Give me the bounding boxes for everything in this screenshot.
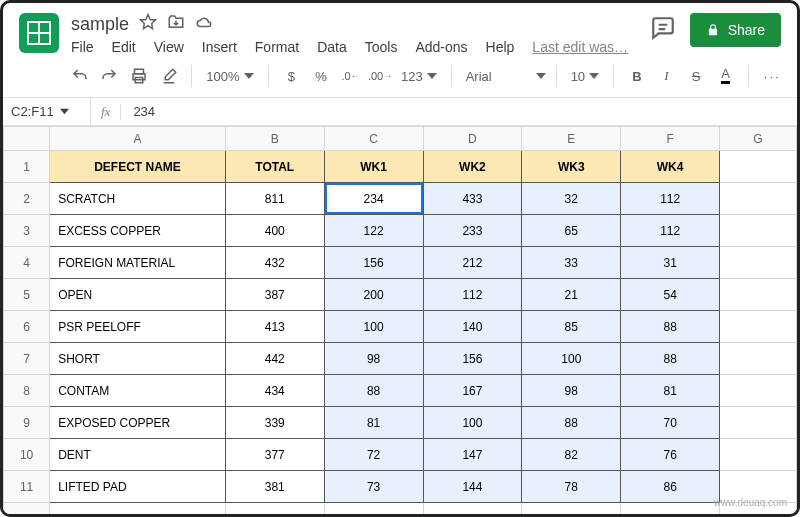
bold-button[interactable]: B bbox=[624, 63, 650, 89]
cell[interactable] bbox=[225, 503, 324, 518]
cell[interactable] bbox=[720, 279, 797, 311]
redo-button[interactable] bbox=[97, 63, 123, 89]
cell[interactable]: 81 bbox=[621, 375, 720, 407]
row-header[interactable]: 11 bbox=[4, 471, 50, 503]
cell[interactable]: 88 bbox=[324, 375, 423, 407]
cell[interactable] bbox=[522, 503, 621, 518]
row-header[interactable]: 8 bbox=[4, 375, 50, 407]
cell[interactable]: 33 bbox=[522, 247, 621, 279]
move-icon[interactable] bbox=[167, 13, 185, 35]
increase-decimals-button[interactable]: .00→ bbox=[367, 63, 393, 89]
cell[interactable]: DEFECT NAME bbox=[50, 151, 226, 183]
row-header[interactable]: 6 bbox=[4, 311, 50, 343]
cell[interactable]: 100 bbox=[324, 311, 423, 343]
cell[interactable] bbox=[423, 503, 522, 518]
italic-button[interactable]: I bbox=[654, 63, 680, 89]
cell[interactable]: 433 bbox=[423, 183, 522, 215]
cell[interactable]: 81 bbox=[324, 407, 423, 439]
cell[interactable]: CONTAM bbox=[50, 375, 226, 407]
cell[interactable]: 432 bbox=[225, 247, 324, 279]
paint-format-button[interactable] bbox=[156, 63, 182, 89]
menu-help[interactable]: Help bbox=[486, 39, 515, 55]
cell[interactable]: 413 bbox=[225, 311, 324, 343]
font-select[interactable]: Arial bbox=[462, 69, 532, 84]
spreadsheet-grid[interactable]: ABCDEFG1DEFECT NAMETOTALWK1WK2WK3WK42SCR… bbox=[3, 126, 797, 517]
cell[interactable]: 112 bbox=[621, 183, 720, 215]
cell[interactable]: WK4 bbox=[621, 151, 720, 183]
cell[interactable]: WK2 bbox=[423, 151, 522, 183]
formula-input[interactable]: 234 bbox=[121, 104, 167, 119]
cell[interactable] bbox=[720, 247, 797, 279]
menu-file[interactable]: File bbox=[71, 39, 94, 55]
cell[interactable]: 98 bbox=[324, 343, 423, 375]
cell[interactable]: EXCESS COPPER bbox=[50, 215, 226, 247]
column-header[interactable]: E bbox=[522, 127, 621, 151]
menu-edit[interactable]: Edit bbox=[112, 39, 136, 55]
cell[interactable]: 339 bbox=[225, 407, 324, 439]
cell[interactable]: WK1 bbox=[324, 151, 423, 183]
sheets-logo[interactable] bbox=[19, 13, 59, 53]
menu-addons[interactable]: Add-ons bbox=[415, 39, 467, 55]
cell[interactable]: 200 bbox=[324, 279, 423, 311]
cell[interactable]: 72 bbox=[324, 439, 423, 471]
cell[interactable] bbox=[720, 375, 797, 407]
cell[interactable] bbox=[720, 215, 797, 247]
cell[interactable]: 233 bbox=[423, 215, 522, 247]
column-header[interactable]: B bbox=[225, 127, 324, 151]
row-header[interactable]: 4 bbox=[4, 247, 50, 279]
cell[interactable]: 65 bbox=[522, 215, 621, 247]
row-header[interactable]: 1 bbox=[4, 151, 50, 183]
toolbar-overflow-button[interactable]: ··· bbox=[759, 63, 785, 89]
cell[interactable]: 86 bbox=[621, 471, 720, 503]
column-header[interactable]: A bbox=[50, 127, 226, 151]
menu-tools[interactable]: Tools bbox=[365, 39, 398, 55]
cell[interactable]: 156 bbox=[324, 247, 423, 279]
cell[interactable]: 31 bbox=[621, 247, 720, 279]
cell[interactable]: 73 bbox=[324, 471, 423, 503]
print-button[interactable] bbox=[126, 63, 152, 89]
cell[interactable] bbox=[720, 151, 797, 183]
cell[interactable]: 167 bbox=[423, 375, 522, 407]
name-box[interactable]: C2:F11 bbox=[3, 98, 91, 125]
strike-button[interactable]: S bbox=[683, 63, 709, 89]
cell[interactable]: 234 bbox=[324, 183, 423, 215]
last-edit-link[interactable]: Last edit was… bbox=[532, 39, 628, 55]
cell[interactable] bbox=[720, 439, 797, 471]
cell[interactable]: 88 bbox=[621, 343, 720, 375]
menu-format[interactable]: Format bbox=[255, 39, 299, 55]
cell[interactable]: 98 bbox=[522, 375, 621, 407]
cell[interactable]: 122 bbox=[324, 215, 423, 247]
cell[interactable]: 100 bbox=[522, 343, 621, 375]
cell[interactable]: 112 bbox=[423, 279, 522, 311]
cell[interactable]: 156 bbox=[423, 343, 522, 375]
cell[interactable]: WK3 bbox=[522, 151, 621, 183]
cell[interactable]: 144 bbox=[423, 471, 522, 503]
cell[interactable]: 100 bbox=[423, 407, 522, 439]
select-all-corner[interactable] bbox=[4, 127, 50, 151]
more-formats-button[interactable]: 123 bbox=[397, 69, 441, 84]
cell[interactable]: 85 bbox=[522, 311, 621, 343]
menu-insert[interactable]: Insert bbox=[202, 39, 237, 55]
document-title[interactable]: sample bbox=[71, 14, 129, 35]
row-header[interactable]: 5 bbox=[4, 279, 50, 311]
cell[interactable]: 377 bbox=[225, 439, 324, 471]
cell[interactable] bbox=[720, 407, 797, 439]
font-size-select[interactable]: 10 bbox=[567, 69, 603, 84]
decrease-decimals-button[interactable]: .0← bbox=[338, 63, 364, 89]
column-header[interactable]: D bbox=[423, 127, 522, 151]
cell[interactable] bbox=[720, 183, 797, 215]
cell[interactable]: 88 bbox=[621, 311, 720, 343]
share-button[interactable]: Share bbox=[690, 13, 781, 47]
cell[interactable]: FOREIGN MATERIAL bbox=[50, 247, 226, 279]
cell[interactable]: OPEN bbox=[50, 279, 226, 311]
cell[interactable]: 70 bbox=[621, 407, 720, 439]
cell[interactable] bbox=[50, 503, 226, 518]
cell[interactable]: 442 bbox=[225, 343, 324, 375]
row-header[interactable]: 12 bbox=[4, 503, 50, 518]
text-color-button[interactable]: A bbox=[713, 63, 739, 89]
cell[interactable]: 32 bbox=[522, 183, 621, 215]
row-header[interactable]: 10 bbox=[4, 439, 50, 471]
menu-view[interactable]: View bbox=[154, 39, 184, 55]
column-header[interactable]: F bbox=[621, 127, 720, 151]
cell[interactable]: 76 bbox=[621, 439, 720, 471]
